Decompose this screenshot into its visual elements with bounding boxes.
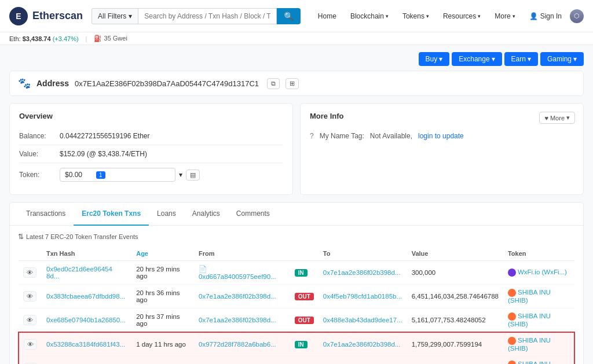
search-input[interactable] — [138, 8, 277, 24]
txn-hash-link[interactable]: 0x9ed0c21d6ee96454 8d... — [46, 266, 112, 280]
value-amount: $152.09 (@ $3,438.74/ETH) — [60, 150, 147, 158]
address-value: 0x7E1Aa2E386F02b398Da7AaD05447C4749d1317… — [75, 79, 259, 88]
latest-events-label: ⇅ Latest 7 ERC-20 Token Transfer Events — [18, 233, 575, 241]
direction-badge: OUT — [295, 293, 314, 300]
nav-item-home[interactable]: Home — [312, 9, 342, 24]
eye-button[interactable]: 👁 — [24, 339, 37, 350]
col-from: From — [194, 247, 290, 261]
age-cell: 1 day 11 hrs ago — [131, 332, 194, 356]
top-buttons-area: Buy ▾ Exchange ▾ Earn ▾ Gaming ▾ — [9, 52, 584, 66]
value-label: Value: — [19, 150, 54, 158]
token-badge: 1 — [96, 171, 105, 179]
token-row: Token: $0.00 1 ▾ ▤ — [19, 163, 283, 186]
from-link[interactable]: 0x7e1aa2e386f02b398d... — [199, 293, 276, 300]
info-grid: Overview Balance: 0.04422721556519196 Et… — [9, 103, 584, 195]
logo-icon: E — [9, 7, 28, 25]
nav-area: Home Blockchain ▾ Tokens ▾ Resources ▾ M… — [312, 9, 584, 24]
age-cell: 20 hrs 36 mins ago — [131, 285, 194, 308]
balance-label: Balance: — [19, 132, 54, 140]
from-link[interactable]: 0x7e1aa2e386f02b398d... — [199, 317, 276, 323]
col-value: Value — [407, 247, 503, 261]
filter-icon: ⇅ — [18, 233, 24, 241]
more-info-button[interactable]: ♥ More ▾ — [539, 112, 575, 124]
exchange-button[interactable]: Exchange ▾ — [452, 52, 502, 66]
col-token: Token — [503, 247, 574, 261]
tab-erc20-token-txns[interactable]: Erc20 Token Txns — [74, 203, 149, 226]
logo-area: E Etherscan — [9, 7, 85, 25]
token-link[interactable]: WxFi.io (WxFi...) — [518, 269, 567, 275]
grid-view-button[interactable]: ⊞ — [285, 78, 299, 89]
more-info-card: More Info ♥ More ▾ ? My Name Tag: Not Av… — [300, 103, 584, 195]
ethereum-logo[interactable]: ⬡ — [570, 9, 584, 23]
txn-hash-link[interactable]: 0xe685e07940b1a26850... — [46, 317, 126, 323]
name-tag-row: ? My Name Tag: Not Available, login to u… — [310, 127, 574, 145]
nav-item-blockchain[interactable]: Blockchain ▾ — [345, 9, 394, 24]
chevron-down-icon: ▾ — [478, 13, 481, 19]
logo-text: Etherscan — [32, 10, 83, 22]
eye-button[interactable]: 👁 — [23, 315, 36, 325]
chevron-down-icon: ▾ — [426, 13, 429, 19]
token-details-button[interactable]: ▤ — [186, 170, 200, 181]
chevron-down-icon: ▾ — [386, 13, 389, 19]
chevron-down-icon: ▾ — [573, 55, 577, 63]
chevron-down-icon: ▾ — [513, 13, 515, 19]
copy-address-button[interactable]: ⧉ — [267, 78, 280, 89]
txn-hash-link[interactable]: 0x53288ca3184fd681f43... — [46, 341, 125, 348]
earn-button[interactable]: Earn ▾ — [504, 52, 538, 66]
value-cell: 300,000 — [407, 261, 503, 285]
tabs-section: Transactions Erc20 Token Txns Loans Anal… — [9, 202, 584, 364]
tab-loans[interactable]: Loans — [149, 203, 184, 226]
gaming-button[interactable]: Gaming ▾ — [540, 52, 584, 66]
help-icon: ? — [310, 132, 314, 140]
to-link[interactable]: 0x488e3ab43dad9dee17... — [323, 317, 402, 323]
token-icon — [508, 312, 516, 321]
eth-price: Eth: $3,438.74 (+3.47%) — [9, 35, 79, 42]
chevron-down-icon: ▾ — [179, 171, 182, 179]
value-cell: 1,759,299,007.7599194 — [407, 332, 503, 356]
txn-hash-link[interactable]: 0x383fcbaeea67dfbdd98... — [46, 293, 125, 300]
login-to-update-link[interactable]: login to update — [418, 132, 464, 140]
to-link[interactable]: 0x7e1aa2e386f02b398d... — [323, 269, 401, 276]
from-link[interactable]: 0xd667a84005975eef90... — [199, 273, 276, 280]
tab-comments[interactable]: Comments — [228, 203, 278, 226]
token-icon — [508, 289, 516, 297]
name-tag-label: My Name Tag: — [320, 132, 364, 140]
search-button[interactable]: 🔍 — [277, 8, 301, 24]
col-txn-hash: Txn Hash — [42, 247, 131, 261]
sub-header: Eth: $3,438.74 (+3.47%) | ⛽ 35 Gwei — [0, 32, 593, 45]
nav-item-more[interactable]: More ▾ — [489, 9, 521, 24]
chevron-down-icon: ▾ — [492, 55, 495, 63]
token-dropdown[interactable]: $0.00 1 — [60, 168, 175, 182]
from-link[interactable]: 0x9772d28f7882a6bab6... — [199, 341, 276, 348]
col-direction — [290, 247, 319, 261]
balance-value: 0.04422721556519196 Ether — [60, 132, 149, 140]
table-row: 👁0x383fcbaeea67dfbdd98...20 hrs 36 mins … — [19, 285, 574, 308]
nav-item-tokens[interactable]: Tokens ▾ — [397, 9, 435, 24]
to-link[interactable]: 0x7e1aa2e386f02b398d... — [323, 341, 401, 348]
divider: | — [86, 35, 87, 42]
direction-badge: IN — [295, 269, 308, 277]
buy-button[interactable]: Buy ▾ — [419, 52, 450, 66]
eye-button[interactable]: 👁 — [23, 291, 36, 302]
address-icon: 🐾 — [18, 77, 31, 90]
token-icon — [508, 269, 516, 277]
table-row: 👁0x53288ca3184fd681f43...1 day 11 hrs ag… — [19, 332, 574, 356]
nav-item-resources[interactable]: Resources ▾ — [437, 9, 486, 24]
token-label: Token: — [19, 171, 54, 179]
age-cell: 20 hrs 37 mins ago — [131, 308, 194, 333]
value-cell: 6,451,146,034,258.74646788 — [407, 285, 503, 308]
tab-analytics[interactable]: Analytics — [184, 203, 228, 226]
eye-button[interactable]: 👁 — [23, 267, 36, 278]
token-icon — [508, 337, 516, 345]
address-bar: 🐾 Address 0x7E1Aa2E386F02b398Da7AaD05447… — [9, 71, 584, 96]
col-to: To — [319, 247, 407, 261]
user-icon: 👤 — [529, 12, 538, 20]
chevron-down-icon: ▾ — [129, 12, 132, 20]
token-input-row: $0.00 1 ▾ ▤ — [60, 168, 200, 182]
tab-transactions[interactable]: Transactions — [18, 203, 74, 226]
to-link[interactable]: 0x4f5eb798cfd1ab0185b... — [323, 293, 402, 300]
search-filter-dropdown[interactable]: All Filters ▾ — [91, 8, 138, 24]
value-row: Value: $152.09 (@ $3,438.74/ETH) — [19, 145, 283, 163]
sign-in-button[interactable]: 👤 Sign In — [524, 9, 568, 24]
chevron-down-icon: ▾ — [566, 114, 570, 122]
